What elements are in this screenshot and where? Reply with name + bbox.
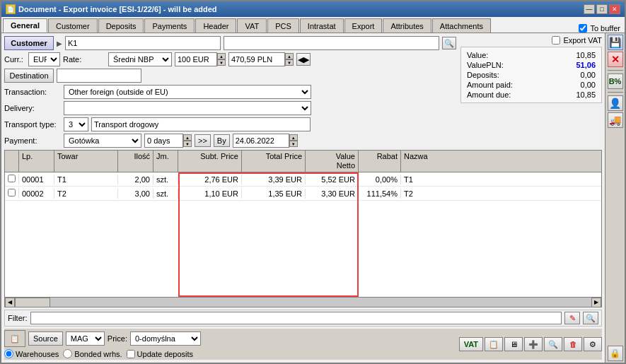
hscroll-track (15, 298, 591, 307)
row1-checkbox[interactable] (8, 175, 16, 182)
filter-label: Filter: (8, 314, 28, 322)
maximize-button[interactable]: □ (596, 4, 608, 14)
cell-2-subt: 1,10 EUR (178, 189, 242, 199)
rate-select[interactable]: Średni NBP (108, 52, 172, 66)
minimize-button[interactable]: — (584, 4, 595, 14)
delivery-select[interactable] (64, 101, 311, 115)
filter-clear-button[interactable]: 🔍 (583, 312, 598, 324)
customer-input[interactable] (65, 36, 221, 50)
customer-button[interactable]: Customer (4, 36, 54, 50)
rate-down-button[interactable]: ▼ (217, 59, 226, 66)
tab-pcs[interactable]: PCS (267, 18, 299, 33)
price-select[interactable]: 0-domyślna (130, 331, 201, 346)
curr-select[interactable]: EUR (28, 52, 60, 66)
rate-pln-input[interactable] (228, 52, 285, 66)
cell-2-check[interactable] (5, 188, 19, 199)
cell-2-lp: 00002 (19, 189, 54, 199)
vat-toolbar-button[interactable]: VAT (459, 337, 483, 351)
search-toolbar-button[interactable]: 🔍 (544, 337, 562, 351)
lock-right-button[interactable]: 🔒 (608, 346, 623, 361)
tab-vat[interactable]: VAT (237, 18, 267, 33)
filter-edit-button[interactable]: ✎ (564, 312, 580, 324)
content-area: Customer ▶ 🔍 Curr.: EUR Rate: Średni NBP (1, 33, 625, 363)
tab-deposits[interactable]: Deposits (98, 18, 144, 33)
col-header-towar: Towar (54, 151, 118, 172)
customer-row: Customer ▶ 🔍 (4, 36, 456, 50)
filter-input[interactable] (30, 312, 562, 324)
grid-hscroll[interactable]: ◀ ▶ (5, 297, 601, 307)
to-buffer-container: To buffer (579, 24, 623, 33)
customer-search-button[interactable]: 🔍 (442, 37, 456, 49)
tab-payments[interactable]: Payments (144, 18, 195, 33)
transport-text-input[interactable] (91, 117, 311, 131)
col-header-checkbox (5, 151, 19, 172)
cell-1-towar: T1 (54, 175, 118, 184)
to-buffer-checkbox[interactable] (579, 24, 587, 33)
title-buttons: — □ ✕ (584, 4, 620, 14)
transaction-label: Transaction: (4, 88, 61, 96)
payment-date-input[interactable] (233, 134, 289, 148)
pln-up-button[interactable]: ▲ (285, 53, 294, 59)
truck-right-button[interactable]: 🚚 (608, 112, 623, 128)
vat-right-button[interactable]: B% (608, 74, 623, 89)
save-right-button[interactable]: 💾 (608, 35, 623, 50)
warehouses-radio-btn[interactable] (4, 349, 13, 358)
source-button[interactable]: Source (28, 331, 63, 346)
hscroll-left-button[interactable]: ◀ (5, 298, 15, 307)
row2-checkbox[interactable] (8, 189, 16, 196)
rate-amount-input[interactable] (175, 52, 217, 66)
cell-1-check[interactable] (5, 174, 19, 184)
tab-customer[interactable]: Customer (48, 18, 98, 33)
customer-extra-field[interactable] (224, 36, 439, 50)
bottom-toolbar: VAT 📋 🖥 ➕ 🔍 🗑 ⚙ (459, 337, 602, 351)
rate-up-button[interactable]: ▲ (217, 53, 226, 59)
source-row: 📋 Source MAG Price: 0-domyślna (4, 330, 201, 347)
transport-select[interactable]: 3 (64, 117, 88, 131)
hscroll-right-button[interactable]: ▶ (591, 298, 601, 307)
tab-attachments[interactable]: Attachments (432, 18, 491, 33)
destination-input[interactable] (57, 69, 141, 83)
grid-row-1[interactable]: 00001 T1 2,00 szt. 2,76 EUR 3,39 EUR 5,5… (5, 172, 601, 187)
date-down-button[interactable]: ▼ (289, 141, 298, 147)
payment-days-input[interactable] (144, 134, 183, 148)
display-toolbar-button[interactable]: 🖥 (504, 337, 523, 351)
rate-amount-spinner: ▲ ▼ (175, 52, 226, 66)
customer-arrow: ▶ (57, 40, 62, 47)
payment-forward-button[interactable]: >> (195, 134, 211, 147)
date-up-button[interactable]: ▲ (289, 134, 298, 141)
copy-toolbar-button[interactable]: 📋 (485, 337, 503, 351)
bottom-bar: 📋 Source MAG Price: 0-domyślna Warehouse… (4, 329, 602, 360)
tab-header[interactable]: Header (195, 18, 236, 33)
pln-down-button[interactable]: ▼ (285, 59, 294, 66)
rate-spinner-buttons: ▲ ▼ (217, 53, 226, 66)
hscroll-thumb[interactable] (15, 298, 50, 307)
transaction-select[interactable]: Other foreign (outside of EU) (64, 85, 311, 99)
settings-toolbar-button[interactable]: ⚙ (584, 337, 602, 351)
grid-body: 00001 T1 2,00 szt. 2,76 EUR 3,39 EUR 5,5… (5, 172, 601, 297)
grid-row-2[interactable]: 00002 T2 3,00 szt. 1,10 EUR 1,35 EUR 3,3… (5, 187, 601, 201)
bonded-radio-btn[interactable] (63, 349, 72, 358)
destination-button[interactable]: Destination (4, 69, 54, 83)
source-select[interactable]: MAG (66, 331, 105, 346)
update-deposits-check: Update deposits (127, 350, 194, 358)
payment-by-button[interactable]: By (214, 134, 230, 147)
tab-attributes[interactable]: Attributes (383, 18, 431, 33)
tab-general[interactable]: General (3, 18, 47, 33)
rate-extra-button[interactable]: ◀▶ (296, 53, 311, 66)
days-up-button[interactable]: ▲ (183, 134, 192, 141)
source-icon-button[interactable]: 📋 (4, 330, 25, 347)
delete-right-button[interactable]: ✕ (608, 52, 623, 67)
close-button[interactable]: ✕ (609, 4, 620, 14)
update-deposits-checkbox[interactable] (127, 350, 135, 358)
tab-export[interactable]: Export (344, 18, 383, 33)
export-vat-checkbox[interactable] (552, 36, 560, 45)
person-right-button[interactable]: 👤 (608, 95, 623, 111)
add-toolbar-button[interactable]: ➕ (524, 337, 543, 351)
amount-paid-amount: 0,00 (581, 81, 596, 89)
days-down-button[interactable]: ▼ (183, 141, 192, 147)
delete-toolbar-button[interactable]: 🗑 (564, 337, 582, 351)
amount-due-label: Amount due: (467, 90, 511, 99)
cell-1-lp: 00001 (19, 175, 54, 184)
payment-select[interactable]: Gotówka (64, 134, 141, 148)
tab-intrastat[interactable]: Intrastat (300, 18, 344, 33)
